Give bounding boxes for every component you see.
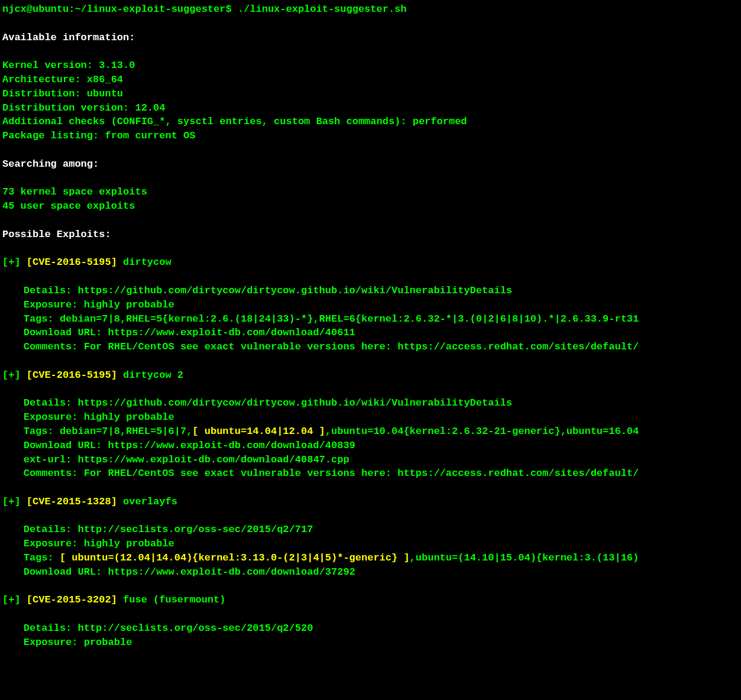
exposure-value: highly probable bbox=[84, 411, 174, 423]
shell-prompt: njcx@ubuntu:~/linux-exploit-suggester$ bbox=[2, 4, 232, 15]
info-dist: Distribution: ubuntu bbox=[2, 87, 739, 101]
exploit-tags: Tags: debian=7|8,RHEL=5{kernel:2.6.(18|2… bbox=[2, 312, 739, 326]
search-kernel-space: 73 kernel space exploits bbox=[2, 185, 739, 199]
info-checks: Additional checks (CONFIG_*, sysctl entr… bbox=[2, 115, 739, 129]
pkg-label: Package listing: bbox=[2, 130, 105, 141]
exploit-exposure: Exposure: probable bbox=[2, 636, 739, 650]
exploit-cve: [CVE-2016-5195] bbox=[27, 257, 117, 268]
exploit-exposure: Exposure: highly probable bbox=[2, 298, 739, 312]
tags-post: ,ubuntu=(14.10|15.04){kernel:3.(13|16) bbox=[410, 552, 639, 563]
details-value: https://github.com/dirtycow/dirtycow.git… bbox=[78, 285, 513, 296]
exposure-value: probable bbox=[84, 637, 132, 648]
exploit-name: dirtycow bbox=[117, 257, 172, 268]
exploit-exposure: Exposure: highly probable bbox=[2, 410, 739, 424]
section-header-searching: Searching among: bbox=[2, 157, 739, 171]
exploit-header: [+] [CVE-2015-3202] fuse (fusermount) bbox=[2, 593, 739, 607]
exturl-value: https://www.exploit-db.com/download/4084… bbox=[78, 454, 350, 465]
arch-label: Architecture: bbox=[2, 74, 87, 85]
exploit-cve: [CVE-2015-1328] bbox=[27, 496, 117, 507]
details-label: Details: bbox=[24, 623, 78, 634]
exploit-header: [+] [CVE-2015-1328] overlayfs bbox=[2, 495, 739, 509]
tags-label: Tags: bbox=[24, 313, 60, 325]
section-header-exploits: Possible Exploits: bbox=[2, 228, 739, 242]
section-header-available: Available information: bbox=[2, 31, 739, 45]
exturl-label: ext-url: bbox=[24, 454, 78, 465]
exploit-marker: [+] bbox=[2, 257, 27, 268]
pkg-value: from current OS bbox=[105, 130, 195, 141]
exposure-value: highly probable bbox=[84, 299, 174, 310]
exposure-label: Exposure: bbox=[24, 299, 84, 310]
exploit-exposure: Exposure: highly probable bbox=[2, 537, 739, 551]
exploit-marker: [+] bbox=[2, 594, 27, 605]
exploit-name: fuse (fusermount) bbox=[117, 594, 226, 605]
prompt-line: njcx@ubuntu:~/linux-exploit-suggester$ .… bbox=[2, 2, 739, 17]
exploit-details: Details: https://github.com/dirtycow/dir… bbox=[2, 284, 739, 298]
comments-label: Comments: bbox=[24, 341, 84, 352]
exploit-tags: Tags: [ ubuntu=(12.04|14.04){kernel:3.13… bbox=[2, 551, 739, 565]
dist-label: Distribution: bbox=[2, 88, 87, 99]
tags-value: debian=7|8,RHEL=5{kernel:2.6.(18|24|33)-… bbox=[60, 313, 639, 325]
details-value: http://seclists.org/oss-sec/2015/q2/717 bbox=[78, 524, 313, 535]
exploit-cve: [CVE-2015-3202] bbox=[27, 594, 117, 605]
exploit-download: Download URL: https://www.exploit-db.com… bbox=[2, 326, 739, 340]
tags-label: Tags: bbox=[24, 552, 60, 563]
tags-label: Tags: bbox=[24, 426, 60, 437]
exploit-download: Download URL: https://www.exploit-db.com… bbox=[2, 565, 739, 579]
details-value: http://seclists.org/oss-sec/2015/q2/520 bbox=[78, 623, 313, 634]
kernel-label: Kernel version: bbox=[2, 60, 99, 71]
exploit-tags: Tags: debian=7|8,RHEL=5|6|7,[ ubuntu=14.… bbox=[2, 424, 739, 439]
terminal-output: njcx@ubuntu:~/linux-exploit-suggester$ .… bbox=[2, 2, 739, 650]
distver-value: 12.04 bbox=[135, 102, 165, 114]
checks-label: Additional checks (CONFIG_*, sysctl entr… bbox=[2, 116, 413, 127]
info-kernel: Kernel version: 3.13.0 bbox=[2, 59, 739, 73]
kernel-value: 3.13.0 bbox=[99, 60, 135, 71]
tags-highlight: [ ubuntu=(12.04|14.04){kernel:3.13.0-(2|… bbox=[60, 552, 410, 563]
exploit-exturl: ext-url: https://www.exploit-db.com/down… bbox=[2, 453, 739, 467]
checks-value: performed bbox=[413, 116, 467, 127]
comments-value: For RHEL/CentOS see exact vulnerable ver… bbox=[84, 341, 639, 352]
arch-value: x86_64 bbox=[87, 74, 123, 85]
details-label: Details: bbox=[24, 397, 78, 409]
exposure-label: Exposure: bbox=[24, 637, 84, 648]
command-text: ./linux-exploit-suggester.sh bbox=[238, 4, 407, 15]
dist-value: ubuntu bbox=[87, 88, 123, 99]
exploit-download: Download URL: https://www.exploit-db.com… bbox=[2, 439, 739, 453]
download-value: https://www.exploit-db.com/download/4061… bbox=[108, 327, 355, 338]
exploit-marker: [+] bbox=[2, 370, 27, 381]
exploit-details: Details: http://seclists.org/oss-sec/201… bbox=[2, 621, 739, 636]
info-distver: Distribution version: 12.04 bbox=[2, 101, 739, 115]
download-value: https://www.exploit-db.com/download/4083… bbox=[108, 440, 355, 451]
download-label: Download URL: bbox=[24, 440, 108, 451]
download-label: Download URL: bbox=[24, 566, 108, 578]
exposure-label: Exposure: bbox=[24, 538, 84, 549]
exposure-label: Exposure: bbox=[24, 411, 84, 423]
exploit-cve: [CVE-2016-5195] bbox=[27, 370, 117, 381]
distver-label: Distribution version: bbox=[2, 102, 135, 114]
exploit-comments: Comments: For RHEL/CentOS see exact vuln… bbox=[2, 340, 739, 354]
exposure-value: highly probable bbox=[84, 538, 174, 549]
download-label: Download URL: bbox=[24, 327, 108, 338]
comments-value: For RHEL/CentOS see exact vulnerable ver… bbox=[84, 468, 639, 479]
exploit-name: overlayfs bbox=[117, 496, 177, 507]
details-value: https://github.com/dirtycow/dirtycow.git… bbox=[78, 397, 513, 409]
exploit-header: [+] [CVE-2016-5195] dirtycow 2 bbox=[2, 368, 739, 383]
info-arch: Architecture: x86_64 bbox=[2, 73, 739, 87]
details-label: Details: bbox=[24, 524, 78, 535]
download-value: https://www.exploit-db.com/download/3729… bbox=[108, 566, 355, 578]
info-pkg: Package listing: from current OS bbox=[2, 129, 739, 143]
exploit-name: dirtycow 2 bbox=[117, 370, 183, 381]
exploit-comments: Comments: For RHEL/CentOS see exact vuln… bbox=[2, 466, 739, 481]
exploit-details: Details: https://github.com/dirtycow/dir… bbox=[2, 396, 739, 410]
tags-highlight: [ ubuntu=14.04|12.04 ] bbox=[192, 426, 325, 437]
tags-pre: debian=7|8,RHEL=5|6|7, bbox=[60, 426, 192, 437]
tags-post: ,ubuntu=10.04{kernel:2.6.32-21-generic},… bbox=[325, 426, 639, 437]
exploit-marker: [+] bbox=[2, 496, 27, 507]
details-label: Details: bbox=[24, 285, 78, 296]
exploit-details: Details: http://seclists.org/oss-sec/201… bbox=[2, 523, 739, 537]
search-user-space: 45 user space exploits bbox=[2, 199, 739, 213]
exploit-header: [+] [CVE-2016-5195] dirtycow bbox=[2, 255, 739, 270]
comments-label: Comments: bbox=[24, 468, 84, 479]
